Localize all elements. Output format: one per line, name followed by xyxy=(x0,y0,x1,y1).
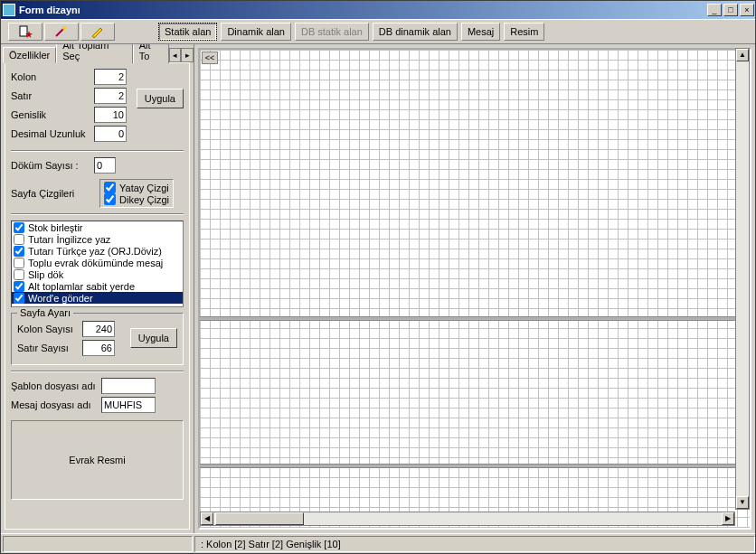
genislik-input[interactable] xyxy=(94,107,127,123)
evrak-label: Evrak Resmi xyxy=(69,455,125,465)
scroll-thumb[interactable] xyxy=(215,512,304,525)
list-item[interactable]: Tutarı İngilizce yaz xyxy=(12,233,183,245)
tab-scroll-left[interactable]: ◂ xyxy=(169,48,182,62)
desimal-label: Desimal Uzunluk xyxy=(11,128,94,139)
resim-button[interactable]: Resim xyxy=(504,23,544,41)
satir-sayisi-input[interactable] xyxy=(82,340,115,356)
list-item[interactable]: Tutarı Türkçe yaz (ORJ.Döviz) xyxy=(12,245,183,257)
sablon-label: Şablon dosyası adı xyxy=(11,380,101,391)
list-item[interactable]: Stok birleştir xyxy=(12,221,183,233)
db-statik-alan-button: DB statik alan xyxy=(295,23,369,41)
toolbar-new-icon[interactable] xyxy=(8,23,43,41)
sablon-input[interactable] xyxy=(101,378,156,394)
list-item[interactable]: Word'e gönder xyxy=(12,292,183,304)
genislik-label: Genislik xyxy=(11,109,94,120)
vertical-scrollbar[interactable]: ▲ ▼ xyxy=(735,48,750,510)
canvas-area: << ▲ ▼ ◀ ▶ xyxy=(194,44,755,533)
sayfa-ayari-legend: Sayfa Ayarı xyxy=(17,307,73,318)
dokum-input[interactable] xyxy=(94,157,116,174)
option-checkbox[interactable] xyxy=(14,246,24,257)
option-checkbox[interactable] xyxy=(14,281,24,292)
horizontal-scrollbar[interactable]: ◀ ▶ xyxy=(200,512,735,526)
yatay-checkbox[interactable] xyxy=(104,182,116,193)
option-label: Slip dök xyxy=(28,269,63,280)
list-item[interactable]: Toplu evrak dökümünde mesaj xyxy=(12,257,183,268)
desimal-input[interactable] xyxy=(94,126,127,142)
apply-button-1[interactable]: Uygula xyxy=(137,89,184,108)
app-icon xyxy=(3,4,15,16)
tab-scroll-right[interactable]: ▸ xyxy=(181,48,194,62)
apply-button-2[interactable]: Uygula xyxy=(130,328,177,348)
yatay-label: Yatay Çizgi xyxy=(119,183,169,193)
option-checkbox[interactable] xyxy=(14,258,24,268)
list-item[interactable]: Alt toplamlar sabit yerde xyxy=(12,280,183,292)
sayfa-cizgileri-label: Sayfa Çizgileri xyxy=(11,188,94,199)
option-label: Toplu evrak dökümünde mesaj xyxy=(28,258,163,268)
satir-label: Satır xyxy=(11,90,94,101)
kolon-sayisi-input[interactable] xyxy=(82,321,115,337)
tab-alt-toplam[interactable]: Alt Toplam Seç xyxy=(56,44,132,63)
left-panel: Özellikler Alt Toplam Seç Alt To ◂ ▸ Kol… xyxy=(1,44,194,533)
option-label: Stok birleştir xyxy=(28,222,83,233)
kolon-input[interactable] xyxy=(94,69,127,85)
scroll-right-icon[interactable]: ▶ xyxy=(722,512,734,525)
design-grid[interactable]: << xyxy=(198,48,751,530)
properties-panel: Kolon Satır Genislik Desimal Uzunluk Uyg… xyxy=(5,62,190,530)
evrak-resmi-box[interactable]: Evrak Resmi xyxy=(11,420,184,500)
app-window: Form dizaynı _ □ × Statik alan Dinamik a… xyxy=(0,0,756,554)
pencil-icon xyxy=(90,25,105,38)
satir-sayisi-label: Satır Sayısı xyxy=(17,343,82,353)
option-checkbox[interactable] xyxy=(14,234,24,245)
list-item[interactable]: Slip dök xyxy=(12,268,183,280)
tab-ozellikler[interactable]: Özellikler xyxy=(3,47,56,63)
tab-strip: Özellikler Alt Toplam Seç Alt To ◂ ▸ xyxy=(1,44,194,62)
option-label: Word'e gönder xyxy=(28,293,93,304)
option-checkbox[interactable] xyxy=(14,293,24,304)
toolbar: Statik alan Dinamik alan DB statik alan … xyxy=(1,19,755,44)
toolbar-wand-icon[interactable] xyxy=(44,23,79,41)
status-text: : Kolon [2] Satır [2] Genişlik [10] xyxy=(194,536,755,552)
db-dinamik-alan-button[interactable]: DB dinamik alan xyxy=(373,23,458,41)
wand-icon xyxy=(54,25,69,38)
dokum-label: Döküm Sayısı : xyxy=(11,160,94,171)
mesaj-dosya-label: Mesaj dosyası adı xyxy=(11,399,101,410)
kolon-label: Kolon xyxy=(11,71,94,82)
sayfa-ayari-group: Sayfa Ayarı Kolon Sayısı Satır Sayısı Uy… xyxy=(11,313,184,365)
option-checkbox[interactable] xyxy=(14,269,24,280)
window-controls: _ □ × xyxy=(706,2,755,18)
svg-point-1 xyxy=(62,26,66,30)
dinamik-alan-button[interactable]: Dinamik alan xyxy=(221,23,291,41)
status-bar: : Kolon [2] Satır [2] Genişlik [10] xyxy=(1,533,755,553)
status-cell-1 xyxy=(3,536,193,552)
options-list[interactable]: Stok birleştirTutarı İngilizce yazTutarı… xyxy=(11,221,184,307)
window-title: Form dizaynı xyxy=(19,5,80,15)
dikey-label: Dikey Çizgi xyxy=(119,194,169,205)
kolon-sayisi-label: Kolon Sayısı xyxy=(17,324,82,334)
scroll-down-icon[interactable]: ▼ xyxy=(736,496,749,509)
scroll-left-icon[interactable]: ◀ xyxy=(201,512,213,525)
statik-alan-button[interactable]: Statik alan xyxy=(158,23,217,41)
maximize-button[interactable]: □ xyxy=(723,4,738,16)
option-checkbox[interactable] xyxy=(14,222,24,233)
option-label: Tutarı İngilizce yaz xyxy=(28,234,110,245)
document-star-icon xyxy=(18,25,33,38)
canvas-corner-button[interactable]: << xyxy=(202,52,218,64)
titlebar: Form dizaynı _ □ × xyxy=(1,1,755,19)
mesaj-input[interactable] xyxy=(101,397,156,413)
satir-input[interactable] xyxy=(94,88,127,104)
option-label: Tutarı Türkçe yaz (ORJ.Döviz) xyxy=(28,246,162,257)
svg-rect-0 xyxy=(20,26,27,36)
mesaj-button[interactable]: Mesaj xyxy=(461,23,500,41)
dikey-checkbox[interactable] xyxy=(104,193,116,205)
scroll-up-icon[interactable]: ▲ xyxy=(736,49,749,61)
close-button[interactable]: × xyxy=(740,4,754,16)
option-label: Alt toplamlar sabit yerde xyxy=(28,281,135,292)
toolbar-pencil-icon[interactable] xyxy=(80,23,115,41)
minimize-button[interactable]: _ xyxy=(707,4,722,16)
tab-alt-to[interactable]: Alt To xyxy=(133,44,169,63)
